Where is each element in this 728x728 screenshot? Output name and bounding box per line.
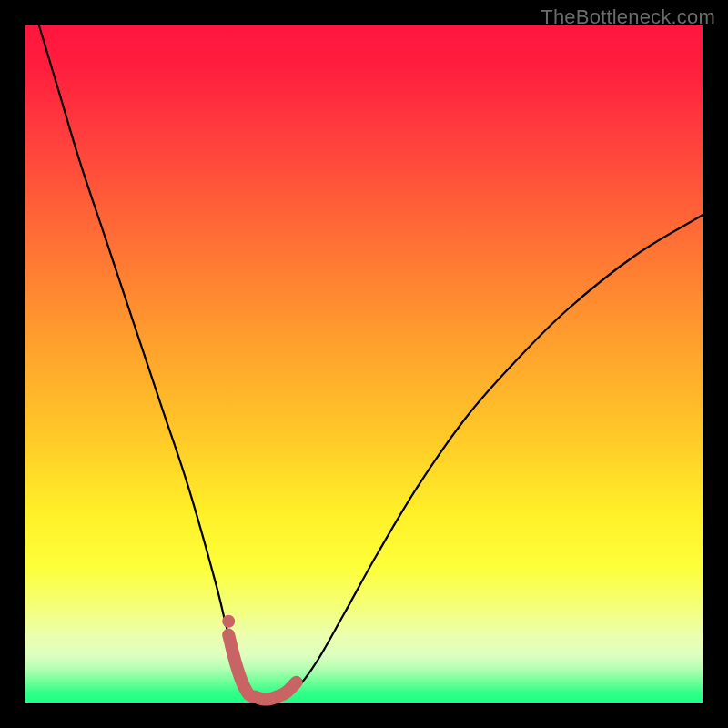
chart-svg — [25, 25, 703, 703]
highlight-dot — [222, 615, 235, 628]
highlight-markers — [222, 615, 296, 700]
bottleneck-curve-path — [39, 25, 703, 700]
highlight-segment-path — [228, 635, 296, 700]
watermark-text: TheBottleneck.com — [541, 5, 715, 29]
chart-plot-area — [25, 25, 703, 703]
